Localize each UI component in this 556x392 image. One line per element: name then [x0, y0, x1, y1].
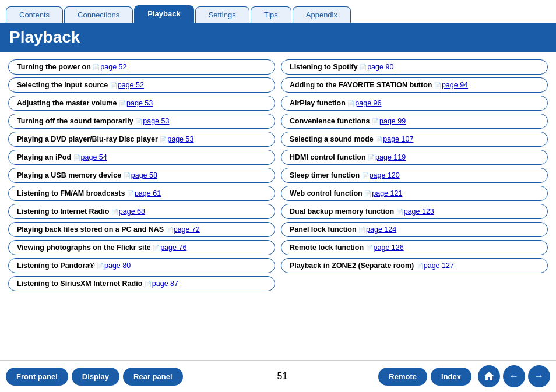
display-button[interactable]: Display: [72, 368, 119, 386]
remote-button[interactable]: Remote: [378, 368, 427, 386]
menu-item[interactable]: Adding to the FAVORITE STATION button 📄p…: [281, 77, 548, 93]
menu-item[interactable]: Web control function 📄page 121: [281, 186, 548, 201]
menu-item[interactable]: Listening to Pandora® 📄page 80: [8, 258, 275, 273]
tab-bar: ContentsConnectionsPlaybackSettingsTipsA…: [0, 0, 556, 23]
menu-item[interactable]: Playing an iPod 📄page 54: [8, 150, 275, 165]
tab-tips[interactable]: Tips: [251, 6, 291, 23]
home-button[interactable]: [478, 365, 500, 387]
forward-button[interactable]: →: [528, 365, 550, 387]
back-button[interactable]: ←: [503, 365, 525, 387]
menu-item[interactable]: AirPlay function 📄page 96: [281, 96, 548, 111]
menu-item[interactable]: Remote lock function 📄page 126: [281, 240, 548, 255]
page-number: 51: [186, 371, 379, 382]
menu-item[interactable]: Playing a USB memory device 📄page 58: [8, 168, 275, 183]
menu-item[interactable]: Playing back files stored on a PC and NA…: [8, 222, 275, 237]
menu-item[interactable]: Sleep timer function 📄page 120: [281, 168, 548, 183]
menu-item[interactable]: Playback in ZONE2 (Separate room) 📄page …: [281, 258, 548, 273]
tab-connections[interactable]: Connections: [64, 6, 133, 23]
front-panel-button[interactable]: Front panel: [6, 368, 68, 386]
tab-appendix[interactable]: Appendix: [293, 6, 351, 23]
menu-item[interactable]: Adjusting the master volume 📄page 53: [8, 96, 275, 111]
menu-item[interactable]: Dual backup memory function 📄page 123: [281, 204, 548, 219]
menu-item[interactable]: Selecting a sound mode 📄page 107: [281, 132, 548, 147]
menu-item[interactable]: Selecting the input source 📄page 52: [8, 77, 275, 93]
menu-item[interactable]: Turning the power on 📄page 52: [8, 59, 275, 75]
menu-item[interactable]: Listening to FM/AM broadcasts 📄page 61: [8, 186, 275, 201]
menu-item[interactable]: HDMI control function 📄page 119: [281, 150, 548, 165]
menu-item[interactable]: Panel lock function 📄page 124: [281, 222, 548, 237]
right-column: Listening to Spotify 📄page 90Adding to t…: [281, 59, 548, 351]
menu-item[interactable]: Listening to Internet Radio 📄page 68: [8, 204, 275, 219]
menu-item[interactable]: Listening to SiriusXM Internet Radio 📄pa…: [8, 276, 275, 291]
page-title: Playback: [9, 28, 547, 47]
left-column: Turning the power on 📄page 52Selecting t…: [8, 59, 275, 351]
main-content: Turning the power on 📄page 52Selecting t…: [0, 52, 556, 358]
bottom-bar: Front panel Display Rear panel 51 Remote…: [0, 360, 556, 392]
menu-item[interactable]: Turning off the sound temporarily 📄page …: [8, 114, 275, 129]
rear-panel-button[interactable]: Rear panel: [123, 368, 182, 386]
tab-contents[interactable]: Contents: [6, 6, 63, 23]
menu-item[interactable]: Viewing photographs on the Flickr site 📄…: [8, 240, 275, 255]
tab-playback[interactable]: Playback: [134, 5, 193, 23]
index-button[interactable]: Index: [431, 368, 471, 386]
page-header: Playback: [0, 23, 556, 52]
tab-settings[interactable]: Settings: [195, 6, 249, 23]
menu-item[interactable]: Listening to Spotify 📄page 90: [281, 59, 548, 75]
menu-item[interactable]: Playing a DVD player/Blu-ray Disc player…: [8, 132, 275, 147]
menu-item[interactable]: Convenience functions 📄page 99: [281, 114, 548, 129]
